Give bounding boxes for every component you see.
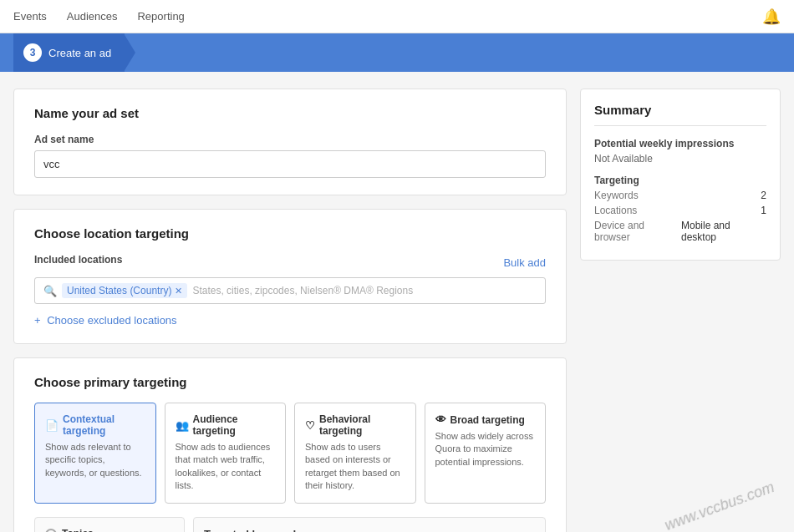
sub-targeting-section: Topics Show ads relevant to specific Quo… [34, 517, 546, 532]
location-card-title: Choose location targeting [34, 226, 546, 241]
excluded-locations-toggle[interactable]: + Choose excluded locations [34, 314, 546, 327]
ad-set-card-title: Name your ad set [34, 106, 546, 120]
step-number: 3 [23, 43, 42, 62]
keywords-row-value: 2 [761, 190, 766, 201]
summary-title: Summary [594, 103, 766, 126]
contextual-icon: 📄 [45, 419, 59, 432]
topics-column: Topics Show ads relevant to specific Quo… [34, 517, 185, 532]
audience-title: 👥 Audience targeting [176, 413, 276, 437]
contextual-title: 📄 Contextual targeting [45, 413, 145, 437]
topics-item-topics[interactable]: Topics Show ads relevant to specific Quo… [45, 528, 174, 532]
included-locations-header: Included locations Bulk add [34, 254, 546, 271]
device-row-label: Device and browser [594, 220, 681, 243]
locations-row-label: Locations [594, 205, 637, 216]
locations-row-value: 1 [761, 205, 766, 216]
targeting-options: 📄 Contextual targeting Show ads relevant… [34, 403, 546, 504]
nav-items: Events Audiences Reporting [13, 2, 185, 31]
search-icon: 🔍 [43, 285, 57, 297]
location-input-wrap[interactable]: 🔍 United States (Country) ✕ States, citi… [34, 277, 546, 304]
notification-bell-icon[interactable]: 🔔 [762, 8, 781, 26]
top-nav: Events Audiences Reporting 🔔 [0, 0, 794, 33]
main-layout: Name your ad set Ad set name Choose loca… [0, 72, 794, 532]
ad-set-name-input[interactable] [34, 150, 546, 178]
summary-row-locations: Locations 1 [594, 205, 766, 216]
potential-weekly-label: Potential weekly impressions [594, 138, 766, 149]
included-locations-label: Included locations [34, 254, 122, 266]
step-bar: 3 Create an ad [0, 33, 794, 72]
keywords-row-label: Keywords [594, 190, 639, 201]
broad-icon: 👁 [435, 413, 446, 426]
summary-row-device: Device and browser Mobile and desktop [594, 220, 766, 243]
contextual-desc: Show ads relevant to specific topics, ke… [45, 441, 145, 479]
remove-location-icon[interactable]: ✕ [175, 286, 182, 296]
nav-item-audiences[interactable]: Audiences [67, 2, 118, 31]
plus-icon: + [34, 314, 41, 327]
topics-radio-outer [45, 529, 57, 532]
summary-card: Summary Potential weekly impressions Not… [580, 89, 781, 261]
device-row-value: Mobile and desktop [681, 220, 766, 243]
broad-title: 👁 Broad targeting [435, 413, 536, 426]
behavioral-title: ♡ Behavioral targeting [305, 413, 405, 437]
potential-weekly-value: Not Available [594, 153, 766, 165]
primary-targeting-card: Choose primary targeting 📄 Contextual ta… [13, 357, 567, 532]
targeting-option-contextual[interactable]: 📄 Contextual targeting Show ads relevant… [34, 403, 156, 504]
bulk-add-button[interactable]: Bulk add [503, 256, 546, 269]
primary-targeting-title: Choose primary targeting [34, 375, 546, 389]
nav-item-events[interactable]: Events [13, 2, 47, 31]
targeting-label: Targeting [594, 175, 766, 186]
summary-panel: Summary Potential weekly impressions Not… [580, 89, 781, 532]
targeting-option-audience[interactable]: 👥 Audience targeting Show ads to audienc… [165, 403, 287, 504]
targeting-option-behavioral[interactable]: ♡ Behavioral targeting Show ads to users… [294, 403, 416, 504]
location-targeting-card: Choose location targeting Included locat… [13, 209, 567, 344]
nav-item-reporting[interactable]: Reporting [137, 2, 184, 31]
summary-row-keywords: Keywords 2 [594, 190, 766, 201]
step-arrow [124, 33, 135, 72]
audience-icon: 👥 [176, 419, 189, 432]
ad-set-name-label: Ad set name [34, 134, 546, 145]
location-tag-us: United States (Country) ✕ [62, 283, 187, 298]
targeting-option-broad[interactable]: 👁 Broad targeting Show ads widely across… [425, 403, 547, 504]
ad-set-name-card: Name your ad set Ad set name [13, 89, 567, 195]
topics-item-label-wrap: Topics Show ads relevant to specific Quo… [62, 528, 174, 532]
location-input-placeholder: States, cities, zipcodes, Nielsen® DMA® … [192, 285, 413, 296]
step-create-ad: 3 Create an ad [13, 33, 125, 72]
keywords-column: Targeted keywords virtual credit card ✕ … [193, 517, 546, 532]
step-label: Create an ad [48, 47, 111, 59]
main-content: Name your ad set Ad set name Choose loca… [13, 89, 567, 532]
topics-radio-label: Topics [62, 528, 174, 532]
audience-desc: Show ads to audiences that match web tra… [176, 441, 276, 493]
behavioral-icon: ♡ [305, 419, 315, 432]
keywords-column-title: Targeted keywords [204, 528, 535, 532]
broad-desc: Show ads widely across Quora to maximize… [435, 430, 536, 469]
behavioral-desc: Show ads to users based on interests or … [305, 441, 405, 493]
